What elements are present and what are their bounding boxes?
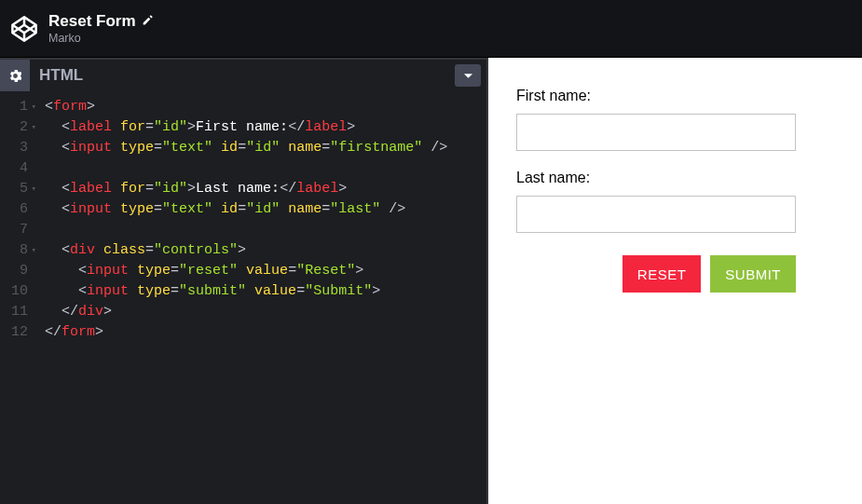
- code-line[interactable]: <label for="id">Last name:</label>: [45, 179, 486, 199]
- code-line[interactable]: <div class="controls">: [45, 240, 486, 261]
- code-line[interactable]: <form>: [45, 97, 486, 117]
- last-name-input[interactable]: [516, 196, 796, 233]
- edit-title-icon[interactable]: [142, 12, 154, 31]
- code-body[interactable]: <form> <label for="id">First name:</labe…: [34, 97, 486, 504]
- line-number: 4: [0, 158, 28, 179]
- code-line[interactable]: <input type="reset" value="Reset">: [45, 261, 486, 281]
- main-split: HTML 123456789101112 <form> <label for="…: [0, 58, 862, 504]
- pen-title-text: Reset Form: [48, 12, 136, 31]
- editor-menu-button[interactable]: [455, 64, 481, 87]
- line-number: 11: [0, 302, 28, 322]
- preview-panel: First name: Last name: RESET SUBMIT: [488, 58, 862, 504]
- code-editor[interactable]: 123456789101112 <form> <label for="id">F…: [0, 91, 486, 504]
- editor-tab-bar: HTML: [0, 58, 486, 91]
- line-number: 12: [0, 322, 28, 343]
- code-line[interactable]: [45, 158, 486, 179]
- code-line[interactable]: </div>: [45, 302, 486, 322]
- line-number: 10: [0, 281, 28, 302]
- editor-tab-html[interactable]: HTML: [30, 60, 455, 91]
- code-line[interactable]: <input type="text" id="id" name="firstna…: [45, 138, 486, 158]
- first-name-input[interactable]: [516, 114, 796, 151]
- line-number: 7: [0, 220, 28, 240]
- line-number: 5: [0, 179, 28, 199]
- line-number: 1: [0, 97, 28, 117]
- first-name-label: First name:: [516, 88, 834, 104]
- pen-title: Reset Form: [48, 12, 154, 31]
- line-number: 8: [0, 240, 28, 261]
- editor-panel: HTML 123456789101112 <form> <label for="…: [0, 58, 488, 504]
- line-gutter: 123456789101112: [0, 97, 34, 504]
- code-line[interactable]: [45, 220, 486, 240]
- code-line[interactable]: <input type="submit" value="Submit">: [45, 281, 486, 302]
- app-header: Reset Form Marko: [0, 0, 862, 58]
- code-line[interactable]: <input type="text" id="id" name="last" /…: [45, 199, 486, 220]
- codepen-logo[interactable]: [11, 16, 37, 42]
- line-number: 2: [0, 117, 28, 138]
- last-name-label: Last name:: [516, 170, 834, 186]
- line-number: 3: [0, 138, 28, 158]
- code-line[interactable]: </form>: [45, 322, 486, 343]
- code-line[interactable]: <label for="id">First name:</label>: [45, 117, 486, 138]
- line-number: 6: [0, 199, 28, 220]
- editor-settings-button[interactable]: [0, 60, 30, 91]
- pen-author[interactable]: Marko: [48, 32, 154, 45]
- submit-button[interactable]: SUBMIT: [710, 255, 796, 293]
- line-number: 9: [0, 261, 28, 281]
- reset-button[interactable]: RESET: [623, 255, 702, 293]
